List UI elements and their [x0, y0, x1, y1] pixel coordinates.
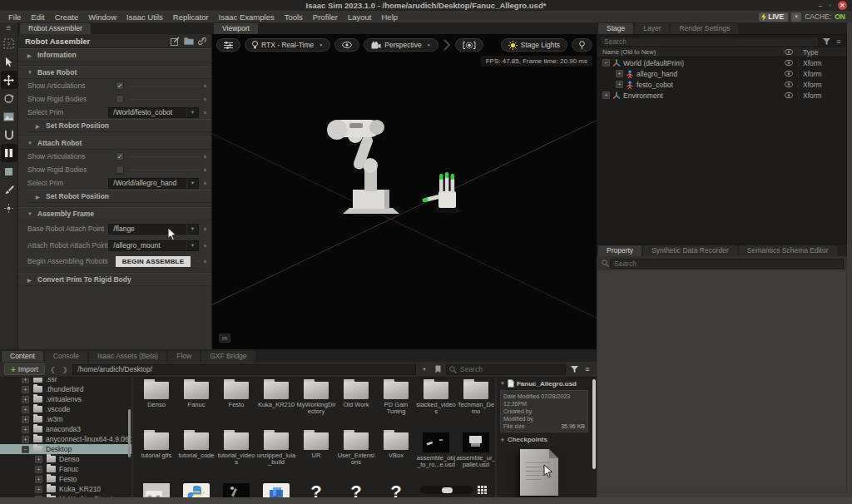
grid-item[interactable]: VBox — [376, 430, 416, 481]
menu-replicator[interactable]: Replicator — [168, 12, 214, 22]
close-button[interactable]: ✕ — [838, 1, 847, 10]
snap-tool[interactable] — [1, 126, 17, 144]
property-search-input[interactable] — [610, 259, 844, 269]
stage-row-world[interactable]: − World (defaultPrim) Xform — [597, 57, 846, 68]
viewport-settings-button[interactable] — [216, 38, 240, 52]
paint-tool[interactable] — [1, 180, 17, 199]
base-show-rigid-checkbox[interactable] — [116, 95, 124, 103]
tab-synthetic-data-recorder[interactable]: Synthetic Data Recorder — [643, 245, 737, 256]
tab-content[interactable]: Content — [2, 351, 43, 362]
list-options-icon[interactable]: ≡ — [834, 37, 844, 46]
grid-item[interactable]: unzipped_lula_build — [256, 430, 296, 481]
select-mode-tool[interactable]: ? — [1, 34, 17, 52]
menu-file[interactable]: File — [3, 12, 26, 22]
tab-semantics-schema-editor[interactable]: Semantics Schema Editor — [739, 245, 837, 256]
menu-isaac-examples[interactable]: Isaac Examples — [214, 12, 280, 22]
slider-knob[interactable] — [442, 487, 453, 493]
capture-tool[interactable] — [1, 107, 17, 126]
grid-item[interactable]: tutorial_videos — [216, 430, 256, 481]
base-attach-point-dropdown[interactable]: /flange ▼ — [108, 224, 199, 235]
stage-column-name[interactable]: Name (Old to New) — [602, 48, 780, 56]
grid-item[interactable]: PD Gain Tuning — [376, 379, 416, 430]
link-icon[interactable] — [198, 37, 206, 46]
filter-icon[interactable] — [569, 366, 579, 373]
tab-render-settings[interactable]: Render Settings — [671, 23, 738, 34]
stage-column-type[interactable]: Type — [798, 48, 846, 57]
attach-select-prim-dropdown[interactable]: /World/allegro_hand ▼ — [108, 178, 199, 189]
content-search-input[interactable] — [457, 365, 565, 374]
folder-open-icon[interactable] — [184, 37, 194, 45]
physics-tool[interactable] — [1, 199, 17, 217]
attach-show-rigid-checkbox[interactable] — [116, 166, 124, 174]
tree-item-desktop-selected[interactable]: −Desktop — [0, 444, 131, 454]
tree-item[interactable]: +Denso — [0, 454, 131, 464]
visibility-column-eye-icon[interactable] — [780, 49, 798, 55]
stage-row-allegro-hand[interactable]: + allegro_hand Xform — [597, 68, 846, 79]
tree-item[interactable]: +.ssr — [0, 378, 131, 384]
visibility-button[interactable] — [334, 38, 359, 52]
section-information[interactable]: ▶ Information — [18, 48, 211, 62]
import-button[interactable]: + Import — [4, 363, 45, 375]
live-sync-button[interactable]: LIVE — [759, 12, 788, 22]
nav-back-icon[interactable]: ❮ — [48, 366, 57, 373]
path-input[interactable] — [72, 364, 416, 375]
tree-scrollbar[interactable] — [128, 409, 131, 457]
eye-icon[interactable] — [780, 60, 798, 66]
tree-item[interactable]: +.w3m — [0, 414, 131, 424]
tab-robot-assembler[interactable]: Robot Assembler — [20, 23, 91, 34]
grid-item[interactable]: MyWorkingDirectory — [296, 379, 336, 430]
frame-capture-button[interactable] — [455, 38, 483, 52]
menu-isaac-utils[interactable]: Isaac Utils — [121, 12, 168, 22]
grid-item[interactable]: ? — [376, 481, 416, 497]
details-scrollbar[interactable] — [592, 379, 596, 469]
grid-item[interactable]: assemble_ur_pallet.usd — [456, 430, 496, 481]
section-attach-set-position[interactable]: ▶ Set Robot Position — [27, 190, 211, 203]
grid-item[interactable]: Festo — [216, 379, 256, 430]
begin-assemble-button[interactable]: BEGIN ASSEMBLE — [116, 256, 191, 267]
path-dropdown-icon[interactable]: ▼ — [419, 367, 429, 372]
grid-item[interactable] — [256, 481, 296, 497]
attach-attach-point-dropdown[interactable]: /allegro_mount ▼ — [108, 240, 199, 251]
stage-row-environment[interactable]: + Environment Xform — [597, 90, 846, 101]
tab-stage[interactable]: Stage — [598, 23, 633, 34]
grid-item[interactable]: User_Extensions — [336, 430, 376, 481]
tree-item[interactable]: +Fanuc — [0, 464, 131, 474]
nav-forward-icon[interactable]: ❯ — [61, 366, 70, 373]
stage-search-input[interactable] — [600, 37, 819, 47]
filter-icon[interactable] — [821, 38, 831, 45]
viewport-canvas[interactable]: RTX - Real-Time ▼ Perspective ▼ Stage Li… — [212, 34, 597, 349]
checkpoints-section[interactable]: ▼ Checkpoints — [497, 434, 597, 445]
stage-lights-button[interactable]: Stage Lights — [501, 38, 567, 52]
section-attach-robot[interactable]: ▼ Attach Robot — [18, 136, 211, 150]
edit-icon[interactable] — [171, 37, 180, 46]
section-base-robot[interactable]: ▼ Base Robot — [18, 66, 211, 79]
eye-icon[interactable] — [780, 71, 798, 77]
thumbnail-size-slider[interactable] — [420, 486, 473, 494]
tab-viewport[interactable]: Viewport — [214, 23, 258, 34]
attach-show-articulations-checkbox[interactable]: ✓ — [116, 152, 124, 161]
collapse-arrow-icon[interactable]: ▼ — [500, 381, 505, 386]
section-convert-prim[interactable]: ▶ Convert Prim To Rigid Body — [18, 273, 211, 286]
eye-icon[interactable] — [780, 82, 798, 87]
toolbar-expand-chevron[interactable] — [443, 39, 451, 51]
tab-flow[interactable]: Flow — [168, 351, 200, 362]
grid-item[interactable]: Fanuc — [176, 379, 216, 430]
tab-gxf-bridge[interactable]: GXF Bridge — [201, 351, 255, 362]
section-base-set-position[interactable]: ▶ Set Robot Position — [27, 119, 211, 132]
grid-item[interactable]: tutorial gifs — [136, 430, 176, 481]
grid-item[interactable]: Kuka_KR210 — [256, 379, 296, 430]
grid-item[interactable]: UR — [296, 430, 336, 481]
eye-icon[interactable] — [780, 92, 798, 98]
grid-item[interactable] — [136, 481, 176, 497]
tab-layer[interactable]: Layer — [635, 23, 669, 34]
tree-item[interactable]: +anyconnect-linux64-4.9.0603 — [0, 434, 131, 444]
tree-item[interactable]: +Festo — [0, 474, 131, 484]
toolbar-menu-icon[interactable]: ≡ — [7, 24, 12, 34]
stage-row-festo-cobot[interactable]: + festo_cobot Xform — [597, 79, 846, 90]
maximize-button[interactable]: ▫ — [829, 1, 831, 10]
pause-button[interactable] — [1, 144, 17, 162]
view-options-icon[interactable]: ≡ — [582, 365, 592, 373]
menu-edit[interactable]: Edit — [26, 12, 49, 22]
grid-item[interactable]: ? — [296, 481, 336, 497]
tree-item[interactable]: +.thunderbird — [0, 384, 131, 394]
